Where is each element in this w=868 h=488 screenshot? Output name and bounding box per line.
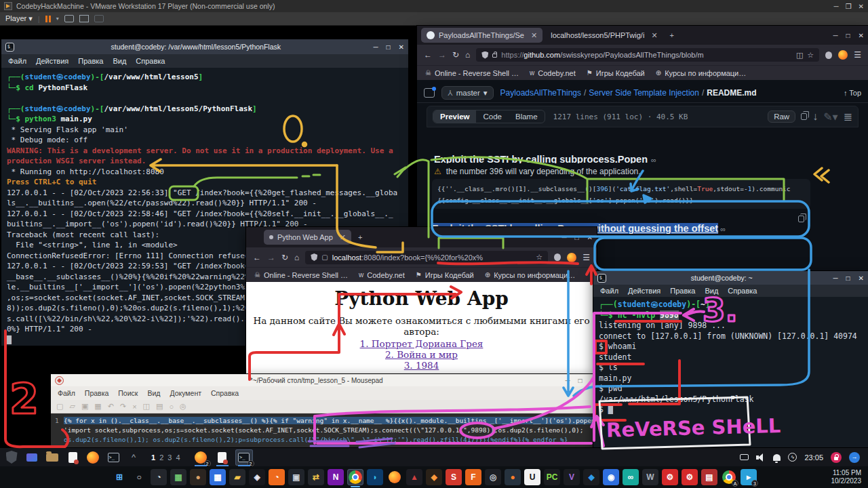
firefox[interactable] bbox=[387, 469, 403, 485]
chrome-profile[interactable]: A bbox=[721, 469, 737, 485]
file-explorer[interactable]: ▰ bbox=[229, 469, 245, 485]
visual-studio[interactable]: V bbox=[564, 469, 580, 485]
firefox2-window-controls[interactable]: ─□✕ bbox=[561, 234, 593, 241]
top-link[interactable]: ↑ Top bbox=[844, 89, 861, 97]
unreal[interactable]: U bbox=[524, 469, 540, 485]
vm-clock[interactable]: 23:05 bbox=[804, 453, 823, 462]
terminal1-titlebar[interactable]: $_ student@codeby: /var/www/html/lesson5… bbox=[1, 39, 408, 54]
panel-expand-chevron[interactable]: ^ bbox=[125, 449, 142, 466]
grid-app[interactable]: ▦ bbox=[170, 469, 186, 485]
mousepad-titlebar[interactable]: *~/Рабочий стол/tmp_lesson_5 - Mousepad … bbox=[51, 374, 600, 386]
start-button[interactable]: ⊞ bbox=[111, 469, 127, 485]
virtualbox[interactable]: ▣ bbox=[288, 469, 304, 485]
bookmark-item[interactable]: ☠Online - Reverse Shell … bbox=[254, 271, 348, 279]
gauge-app[interactable]: ◔ bbox=[151, 469, 167, 485]
anchor-link-icon[interactable]: ∞ bbox=[718, 225, 726, 233]
tab-payloadsallthethings[interactable]: PayloadsAllTheThings/Se✕ bbox=[421, 28, 542, 43]
app-menu-button[interactable] bbox=[3, 449, 20, 466]
menu-item[interactable]: Правка bbox=[670, 287, 695, 295]
bookmark-item[interactable]: ⊕Курсы по информаци… bbox=[485, 271, 576, 279]
media-app[interactable]: ▲ bbox=[406, 469, 422, 485]
bookmark-item[interactable]: ⚑Игры Кодебай bbox=[416, 271, 474, 279]
bookmark-item[interactable]: wCodeby.net bbox=[530, 69, 576, 77]
logout-icon[interactable]: → bbox=[849, 452, 860, 463]
devices-icon[interactable] bbox=[64, 15, 74, 22]
mousepad-window-button[interactable] bbox=[214, 449, 231, 466]
back-icon[interactable]: ← bbox=[253, 253, 261, 262]
camtasia[interactable]: ∞ bbox=[623, 469, 639, 485]
power-icon[interactable]: ϟ bbox=[788, 453, 797, 462]
new-tab-button[interactable]: + bbox=[670, 31, 674, 39]
calendar-app[interactable]: ▦ bbox=[210, 469, 226, 485]
outline-icon[interactable]: ≣ bbox=[844, 110, 852, 123]
menu-item[interactable]: Файл bbox=[600, 287, 618, 295]
tracking-shield-icon[interactable] bbox=[311, 253, 317, 261]
home-icon[interactable]: ⌂ bbox=[465, 50, 470, 60]
home-icon[interactable]: ⌂ bbox=[294, 253, 299, 262]
toolbar-icon[interactable]: ◎ bbox=[180, 402, 186, 411]
forward-icon[interactable]: → bbox=[267, 253, 275, 262]
keyshot-2[interactable]: ⚙ bbox=[682, 469, 698, 485]
f-app[interactable]: F bbox=[465, 469, 481, 485]
code-block-subprocess[interactable]: {{''.__class__.mro()[1].__subclasses__()… bbox=[432, 179, 810, 209]
toolbar-icon[interactable]: ▦ bbox=[94, 402, 101, 411]
sidebar-toggle-icon[interactable] bbox=[424, 88, 435, 98]
tab-localhost-phptwig[interactable]: localhost/lesson5/PHPTwig/i✕ bbox=[545, 28, 663, 43]
menu-item[interactable]: Справка bbox=[728, 287, 757, 295]
book-link-3[interactable]: 3. 1984 bbox=[404, 360, 439, 371]
toolbar-icon[interactable]: ↷ bbox=[120, 402, 126, 411]
anchor-link-icon[interactable]: ∞ bbox=[651, 156, 656, 163]
wings-app[interactable]: W bbox=[642, 469, 658, 485]
text-editor-launcher[interactable] bbox=[64, 449, 81, 466]
bookmark-item[interactable]: ⚑Игры Кодебай bbox=[587, 69, 645, 77]
books-app[interactable]: ▤ bbox=[701, 469, 717, 485]
bookmark-item[interactable]: ⊕Курсы по информаци… bbox=[656, 69, 747, 77]
breadcrumb[interactable]: PayloadsAllTheThings/Server Side Templat… bbox=[500, 88, 757, 98]
close-tab-icon[interactable]: ✕ bbox=[340, 233, 346, 242]
chrome[interactable] bbox=[347, 469, 363, 485]
menu-item[interactable]: Справка bbox=[211, 389, 239, 397]
notifications-icon[interactable] bbox=[773, 454, 781, 461]
mousepad-toolbar[interactable]: ▢▱▣▦↶↷×◫▤○◎ bbox=[51, 400, 600, 413]
menu-item[interactable]: Файл bbox=[58, 389, 75, 397]
toolbar-icon[interactable]: ▢ bbox=[56, 402, 63, 411]
copy-file-icon[interactable] bbox=[801, 113, 807, 120]
menu-item[interactable]: Файл bbox=[8, 57, 26, 65]
bookmark-item[interactable]: wCodeby.net bbox=[359, 271, 405, 279]
toolbar-icon[interactable]: ○ bbox=[169, 403, 174, 411]
toolbar-icon[interactable]: ▱ bbox=[69, 402, 75, 411]
fl-studio[interactable]: ◆ bbox=[426, 469, 442, 485]
lens-app[interactable]: ◎ bbox=[485, 469, 501, 485]
close-tab-icon[interactable]: ✕ bbox=[531, 31, 537, 40]
search-button[interactable]: ○ bbox=[131, 469, 147, 485]
address-bar[interactable]: ▢ localhost:8080/index?book={%%20for%20x… bbox=[305, 251, 548, 264]
vmware-window-controls[interactable]: ─❐✕ bbox=[834, 3, 864, 10]
keyshot-1[interactable]: ⚙ bbox=[662, 469, 678, 485]
address-bar[interactable]: https://github.com/swisskyrepo/PayloadsA… bbox=[476, 48, 819, 62]
menu-item[interactable]: Правка bbox=[85, 389, 108, 397]
avatar-app[interactable]: ● bbox=[190, 469, 206, 485]
copy-code-icon[interactable] bbox=[798, 216, 804, 222]
menu-icon[interactable]: ☰ bbox=[854, 50, 861, 60]
view-tabs[interactable]: Preview Code Blame bbox=[433, 110, 545, 123]
firefox-account-icon[interactable] bbox=[838, 50, 848, 60]
reader-view-icon[interactable]: ◫ bbox=[796, 51, 803, 60]
workspace-3[interactable]: 3 bbox=[165, 453, 174, 462]
branch-selector[interactable]: Y master ▾ bbox=[441, 86, 494, 100]
menu-item[interactable]: Поиск bbox=[118, 389, 138, 397]
player-menu[interactable]: Player ▾ bbox=[5, 14, 33, 23]
pause-vm-button[interactable] bbox=[45, 16, 51, 22]
firefox-account-icon[interactable] bbox=[567, 253, 576, 262]
note-app[interactable]: ◈ bbox=[249, 469, 265, 485]
terminal2-titlebar[interactable]: $_ student@codeby: ~ ─□✕ bbox=[593, 271, 868, 285]
menu-item[interactable]: Вид bbox=[113, 57, 126, 65]
workspace-2[interactable]: 2 bbox=[157, 453, 165, 462]
toolbar-icon[interactable]: × bbox=[132, 403, 136, 411]
menu-item[interactable]: Вид bbox=[147, 389, 160, 397]
book-link-1[interactable]: 1. Портрет Дориана Грея bbox=[360, 338, 484, 349]
menu-item[interactable]: Документ bbox=[170, 389, 201, 397]
tracking-shield-icon[interactable] bbox=[481, 52, 488, 59]
pin-app[interactable]: ◉ bbox=[603, 469, 619, 485]
new-tab-button[interactable]: + bbox=[358, 233, 362, 241]
terminal1-window-controls[interactable]: ─□✕ bbox=[373, 43, 404, 51]
